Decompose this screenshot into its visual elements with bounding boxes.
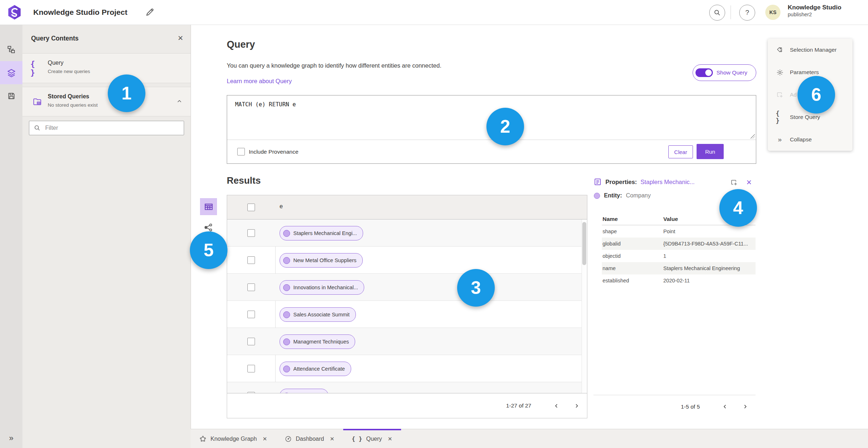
query-contents-header: Query Contents ✕ (22, 25, 191, 54)
property-row[interactable]: globalid {5D9B4713-F98D-4A53-A59F-C11... (602, 238, 756, 250)
add-frame-icon (776, 91, 784, 99)
callout-badge-3: 3 (457, 269, 495, 307)
filter-search-icon (34, 124, 41, 132)
stored-queries-folder-icon (30, 97, 44, 106)
app-header: Knowledge Studio Project ? KS Knowledge … (0, 0, 868, 25)
results-table: e Staplers Mechanical Engi... New Metal … (227, 195, 587, 418)
table-row[interactable]: Managment Techniques (227, 328, 587, 355)
table-row[interactable]: New Metal Office Suppliers (227, 247, 587, 274)
callout-badge-4: 4 (719, 189, 757, 227)
toggle-switch[interactable] (695, 68, 713, 77)
close-tab-icon[interactable]: ✕ (388, 436, 392, 442)
user-block[interactable]: Knowledge Studio publisher2 (788, 4, 841, 18)
entity-label: Entity: (604, 192, 622, 199)
row-checkbox[interactable] (247, 311, 255, 318)
filter-input[interactable] (44, 121, 191, 135)
property-row[interactable]: objectid 1 (602, 250, 756, 262)
close-tab-icon[interactable]: ✕ (330, 436, 335, 442)
properties-entity-name[interactable]: Staplers Mechanic... (641, 179, 694, 185)
expand-rail-icon[interactable]: » (0, 434, 22, 443)
braces-icon: { } (352, 435, 362, 442)
callout-badge-6: 6 (797, 76, 835, 114)
tab-label: Query (366, 436, 382, 442)
tab-knowledge-graph[interactable]: Knowledge Graph ✕ (191, 429, 276, 448)
search-button[interactable] (709, 5, 725, 21)
edit-title-icon[interactable] (145, 7, 155, 17)
dashboard-icon (285, 435, 292, 443)
query-editor-footer: Include Provenance Clear Run (227, 140, 756, 163)
tab-label: Dashboard (296, 436, 324, 442)
contents-item-stored-queries[interactable]: Stored Queries No stored queries exist (22, 87, 191, 116)
collapse-section-icon[interactable] (176, 98, 183, 104)
entity-pill[interactable]: Sales Associate Summit (280, 307, 356, 322)
knowledge-graph-icon (199, 435, 207, 443)
property-row[interactable]: name Staplers Mechanical Engineering (602, 262, 756, 274)
menu-item-label: Parameters (790, 69, 819, 76)
table-icon (204, 202, 213, 212)
next-page-icon[interactable] (572, 401, 581, 410)
resize-handle-icon[interactable] (750, 134, 755, 138)
row-checkbox[interactable] (247, 338, 255, 345)
project-title: Knowledge Studio Project (33, 0, 127, 25)
clear-button[interactable]: Clear (668, 145, 693, 158)
row-checkbox[interactable] (247, 256, 255, 264)
tab-query[interactable]: { } Query ✕ (343, 429, 401, 448)
row-checkbox[interactable] (247, 365, 255, 372)
layers-icon[interactable] (0, 61, 22, 84)
select-all-checkbox[interactable] (247, 204, 255, 211)
include-provenance-checkbox[interactable] (237, 148, 245, 155)
scrollbar-thumb[interactable] (582, 222, 586, 265)
avatar-initials: KS (769, 9, 776, 15)
entity-type: Company (626, 192, 651, 199)
table-row[interactable]: Staplers Mechanical Engi... (227, 219, 587, 247)
page-description: You can query a knowledge graph to ident… (227, 62, 441, 69)
close-properties-icon[interactable]: ✕ (746, 178, 752, 187)
menu-item-selection-manager[interactable]: Selection Manager (768, 39, 852, 61)
table-row[interactable]: Attendance Certificate (227, 355, 587, 382)
data-model-icon[interactable] (0, 38, 22, 61)
table-view-toggle[interactable] (200, 198, 217, 215)
row-checkbox[interactable] (247, 283, 255, 291)
menu-item-label: Collapse (790, 136, 812, 143)
properties-range: 1-5 of 5 (681, 404, 700, 410)
contents-item-query[interactable]: { } Query Create new queries (22, 54, 191, 83)
braces-icon: { } (30, 60, 44, 77)
user-avatar[interactable]: KS (765, 5, 780, 20)
row-checkbox[interactable] (247, 229, 255, 237)
save-icon[interactable] (0, 84, 22, 107)
entity-pill-label: Innovations in Mechanical... (293, 285, 358, 290)
menu-item-label: Ad (790, 91, 797, 98)
entity-pill-label: Staplers Mechanical Engi... (293, 230, 357, 236)
results-scrollbar[interactable] (582, 219, 587, 393)
contents-item-description: Create new queries (48, 69, 90, 74)
table-row[interactable]: Innovations in Mechanical... (227, 274, 587, 301)
menu-item-collapse[interactable]: » Collapse (768, 128, 852, 151)
knowledge-studio-app: Knowledge Studio Project ? KS Knowledge … (0, 0, 868, 448)
help-button[interactable]: ? (739, 5, 755, 21)
property-row[interactable]: shape Point (602, 225, 756, 238)
show-query-toggle[interactable]: Show Query (693, 64, 756, 81)
prev-page-icon[interactable] (720, 402, 729, 411)
prev-page-icon[interactable] (552, 401, 561, 410)
close-panel-icon[interactable]: ✕ (178, 34, 183, 42)
entity-pill-label: New Metal Office Suppliers (293, 257, 357, 263)
table-row[interactable]: Sales Associate Summit (227, 301, 587, 328)
entity-pill[interactable]: Staplers Mechanical Engi... (280, 226, 363, 240)
help-icon: ? (745, 9, 749, 17)
entity-pill[interactable]: Innovations in Mechanical... (280, 280, 364, 295)
app-logo-icon[interactable] (7, 4, 22, 20)
entity-pill[interactable]: Attendance Certificate (280, 362, 351, 376)
user-name: Knowledge Studio (788, 4, 841, 11)
tab-dashboard[interactable]: Dashboard ✕ (276, 429, 343, 448)
learn-more-link[interactable]: Learn more about Query (227, 78, 292, 85)
close-tab-icon[interactable]: ✕ (263, 436, 267, 442)
entity-pill[interactable]: New Metal Office Suppliers (280, 253, 363, 268)
run-button[interactable]: Run (697, 144, 724, 159)
property-row[interactable]: established 2020-02-11 (602, 274, 756, 287)
properties-pagination: 1-5 of 5 (593, 395, 756, 418)
entity-pill[interactable]: Managment Techniques (280, 334, 355, 349)
column-header-e: e (280, 203, 283, 210)
next-page-icon[interactable] (740, 402, 750, 411)
add-to-selection-icon[interactable] (730, 179, 738, 187)
results-title: Results (227, 175, 261, 186)
